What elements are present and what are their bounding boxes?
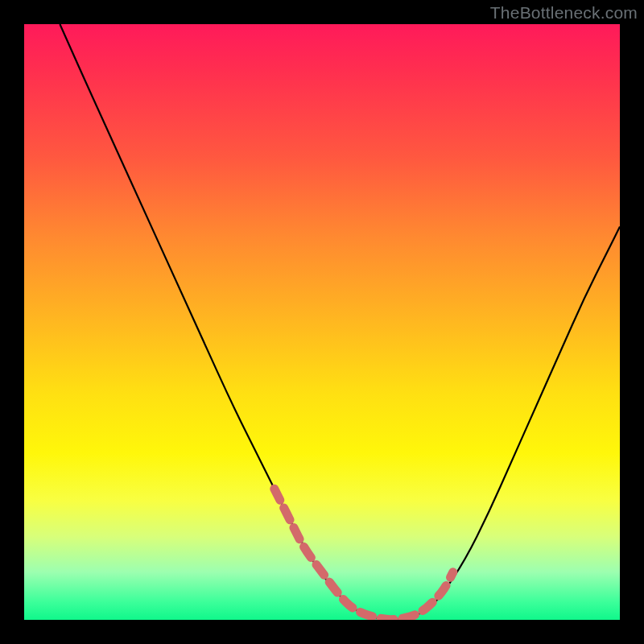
plot-area: [24, 24, 620, 620]
watermark-text: TheBottleneck.com: [490, 3, 638, 23]
main-curve: [60, 24, 620, 619]
chart-frame: TheBottleneck.com: [0, 0, 644, 644]
curve-svg: [24, 24, 620, 620]
dash-overlay: [275, 489, 453, 619]
